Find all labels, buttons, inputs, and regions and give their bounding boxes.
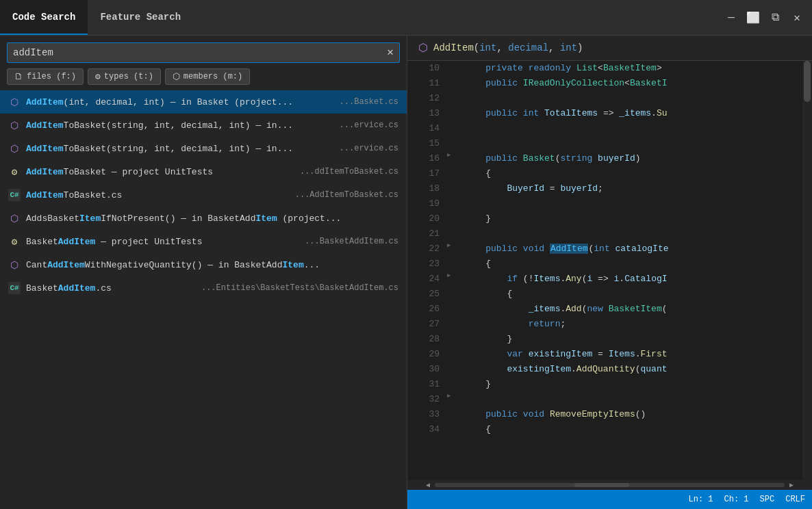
code-line: return; bbox=[464, 317, 797, 332]
line-ending-status: CRLF bbox=[785, 495, 805, 504]
list-item[interactable]: ⬡ CantAddItemWithNegativeQuantity() — in… bbox=[0, 253, 407, 276]
csharp-icon: C# bbox=[8, 189, 21, 201]
restore-button[interactable]: ⧉ bbox=[765, 8, 785, 27]
code-content[interactable]: private readonly List<BasketItem> public… bbox=[459, 61, 802, 480]
cube-icon: ⬡ bbox=[8, 142, 21, 155]
title-bar: Code Search Feature Search — ⬜ ⧉ ✕ bbox=[0, 0, 812, 36]
file-icon: 🗋 bbox=[14, 72, 23, 82]
code-header: ⬡ AddItem(int, decimal, int) bbox=[407, 36, 812, 61]
filter-files-label: files (f:) bbox=[27, 72, 76, 81]
result-name: AddsBasketItemIfNotPresent() — in Basket… bbox=[26, 213, 341, 224]
cube-icon: ⬡ bbox=[8, 119, 21, 131]
scrollbar-thumb[interactable] bbox=[804, 61, 811, 102]
search-input[interactable] bbox=[8, 43, 381, 62]
gear-icon: ⚙ bbox=[8, 235, 21, 248]
tab-feature-search[interactable]: Feature Search bbox=[88, 0, 193, 35]
result-name: AddItemToBasket.cs bbox=[26, 190, 122, 200]
code-line: public int TotalItems => _items.Su bbox=[464, 106, 797, 121]
vertical-scrollbar[interactable] bbox=[802, 61, 812, 480]
code-line: } bbox=[464, 332, 797, 347]
right-panel: ⬡ AddItem(int, decimal, int) 1011121314 … bbox=[407, 36, 812, 509]
close-button[interactable]: ✕ bbox=[787, 8, 807, 27]
result-file: ...Entities\BasketTests\BasketAddItem.cs bbox=[201, 283, 398, 293]
list-item[interactable]: ⬡ AddItemToBasket(string, int, decimal, … bbox=[0, 114, 407, 137]
gear-icon: ⚙ bbox=[8, 166, 21, 178]
result-main: AddItem(int, decimal, int) — in Basket (… bbox=[26, 97, 334, 107]
code-line bbox=[464, 392, 797, 407]
list-item[interactable]: ⬡ AddsBasketItemIfNotPresent() — in Bask… bbox=[0, 207, 407, 230]
status-bar: Ln: 1 Ch: 1 SPC CRLF bbox=[407, 490, 812, 509]
minimize-button[interactable]: — bbox=[722, 8, 741, 27]
code-line: public void RemoveEmptyItems() bbox=[464, 407, 797, 422]
result-name: CantAddItemWithNegativeQuantity() — in B… bbox=[26, 260, 320, 270]
result-name: AddItemToBasket(string, int, decimal, in… bbox=[26, 120, 293, 131]
result-name: AddItemToBasket(string, int, decimal, in… bbox=[26, 144, 293, 154]
result-name: BasketAddItem — project UnitTests bbox=[26, 237, 202, 247]
code-line: public Basket(string buyerId) bbox=[464, 151, 797, 166]
filter-files-button[interactable]: 🗋 files (f:) bbox=[7, 68, 84, 85]
list-item[interactable]: ⚙ AddItemToBasket — project UnitTests ..… bbox=[0, 160, 407, 183]
tab-code-search[interactable]: Code Search bbox=[0, 0, 88, 35]
code-line bbox=[464, 136, 797, 151]
cube-icon: ⬡ bbox=[8, 259, 21, 271]
csharp-icon: C# bbox=[8, 282, 21, 294]
result-main: AddItemToBasket(string, int, decimal, in… bbox=[26, 120, 334, 131]
window-controls: — ⬜ ⧉ ✕ bbox=[722, 0, 812, 35]
result-main: AddItemToBasket.cs bbox=[26, 190, 290, 200]
types-icon: ⚙ bbox=[95, 71, 101, 82]
result-file: ...AddItemToBasket.cs bbox=[295, 190, 398, 200]
code-line: { bbox=[464, 422, 797, 437]
result-main: AddsBasketItemIfNotPresent() — in Basket… bbox=[26, 213, 393, 224]
code-line: _items.Add(new BasketItem( bbox=[464, 302, 797, 317]
encoding-status: SPC bbox=[760, 495, 775, 504]
code-line: { bbox=[464, 257, 797, 272]
list-item[interactable]: ⬡ AddItemToBasket(string, int, decimal, … bbox=[0, 137, 407, 160]
filter-types-button[interactable]: ⚙ types (t:) bbox=[88, 68, 161, 85]
ch-status: Ch: 1 bbox=[724, 495, 749, 504]
code-line: } bbox=[464, 211, 797, 226]
gutter-expand-icon: ▶ bbox=[447, 242, 451, 249]
result-name: AddItemToBasket — project UnitTests bbox=[26, 167, 213, 177]
code-line: existingItem.AddQuantity(quant bbox=[464, 362, 797, 377]
code-line bbox=[464, 226, 797, 242]
result-main: BasketAddItem — project UnitTests bbox=[26, 237, 299, 247]
result-file: ...BasketAddItem.cs bbox=[305, 237, 398, 246]
ln-status: Ln: 1 bbox=[689, 495, 713, 504]
code-area: 1011121314 1516171819 2021222324 2526272… bbox=[407, 61, 812, 480]
code-line: public void AddItem(int catalogIte bbox=[464, 242, 797, 257]
clear-search-button[interactable]: ✕ bbox=[381, 44, 399, 61]
list-item[interactable]: C# BasketAddItem.cs ...Entities\BasketTe… bbox=[0, 276, 407, 300]
line-numbers: 1011121314 1516171819 2021222324 2526272… bbox=[407, 61, 445, 480]
code-line bbox=[464, 91, 797, 106]
code-title: AddItem(int, decimal, int) bbox=[433, 42, 583, 53]
cube-icon: ⬡ bbox=[8, 96, 21, 108]
code-line bbox=[464, 121, 797, 136]
filter-members-button[interactable]: ⬡ members (m:) bbox=[165, 68, 250, 85]
status-right: Ln: 1 Ch: 1 SPC CRLF bbox=[689, 495, 805, 504]
code-line: BuyerId = buyerId; bbox=[464, 181, 797, 196]
maximize-button[interactable]: ⬜ bbox=[744, 8, 763, 27]
list-item[interactable]: ⚙ BasketAddItem — project UnitTests ...B… bbox=[0, 230, 407, 253]
result-file: ...ervice.cs bbox=[340, 120, 398, 130]
gutter-expand-icon: ▶ bbox=[447, 151, 451, 159]
result-main: CantAddItemWithNegativeQuantity() — in B… bbox=[26, 260, 393, 270]
result-main: BasketAddItem.cs bbox=[26, 283, 196, 293]
horizontal-scrollbar-track[interactable] bbox=[435, 483, 785, 487]
list-item[interactable]: C# AddItemToBasket.cs ...AddItemToBasket… bbox=[0, 183, 407, 207]
scroll-right-button[interactable]: ▶ bbox=[785, 481, 798, 489]
feature-search-label: Feature Search bbox=[100, 12, 181, 23]
result-file: ...ddItemToBasket.cs bbox=[300, 167, 398, 177]
horizontal-scrollbar-thumb[interactable] bbox=[574, 483, 629, 487]
code-line bbox=[464, 196, 797, 211]
result-main: AddItemToBasket(string, int, decimal, in… bbox=[26, 144, 334, 154]
filter-types-label: types (t:) bbox=[104, 72, 153, 81]
code-line: if (!Items.Any(i => i.CatalogI bbox=[464, 272, 797, 287]
code-line: } bbox=[464, 377, 797, 392]
code-search-label: Code Search bbox=[12, 12, 75, 23]
left-panel: ✕ 🗋 files (f:) ⚙ types (t:) ⬡ members (m… bbox=[0, 36, 407, 509]
list-item[interactable]: ⬡ AddItem(int, decimal, int) — in Basket… bbox=[0, 90, 407, 114]
header-cube-icon: ⬡ bbox=[418, 41, 428, 55]
cube-icon: ⬡ bbox=[8, 212, 21, 224]
scroll-left-button[interactable]: ◀ bbox=[421, 481, 435, 489]
members-icon: ⬡ bbox=[173, 71, 180, 82]
